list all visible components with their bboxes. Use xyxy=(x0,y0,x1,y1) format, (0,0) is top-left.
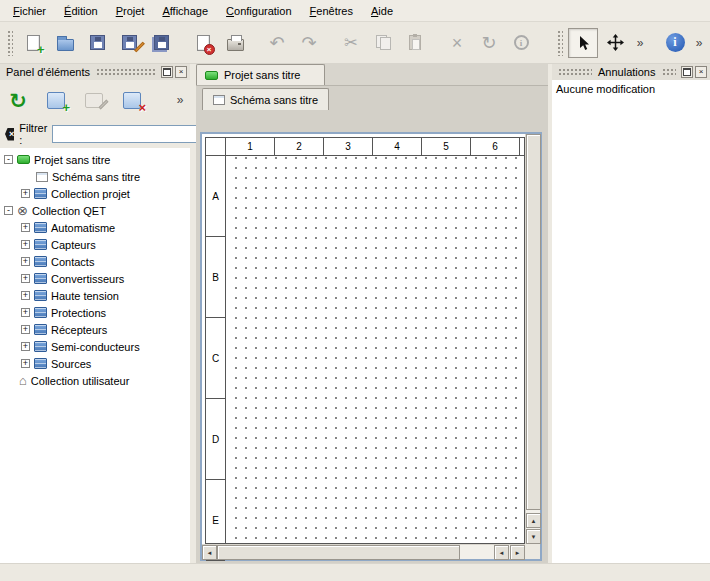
horizontal-scroll-thumb[interactable] xyxy=(217,545,460,560)
file-toolbar-group: + xyxy=(18,28,176,58)
rotate-button[interactable]: ↻ xyxy=(474,28,504,58)
menu-fichier[interactable]: Fichier xyxy=(4,2,55,20)
paste-button[interactable] xyxy=(400,28,430,58)
scroll-left-button[interactable]: ◄ xyxy=(202,545,217,560)
elements-panel: Panel d'éléments × ↻ + × » xyxy=(0,64,190,563)
about-button[interactable]: i xyxy=(660,28,690,58)
new-element-button[interactable]: + xyxy=(40,85,72,115)
object-info-button[interactable]: i xyxy=(506,28,536,58)
close-panel-button[interactable]: × xyxy=(695,66,707,78)
close-file-button[interactable]: × xyxy=(188,28,218,58)
menu-fenetres[interactable]: Fenêtres xyxy=(301,2,362,20)
filter-input[interactable] xyxy=(52,125,202,143)
selection-toolbar-overflow-button[interactable]: » xyxy=(632,28,648,58)
tree-item-protections[interactable]: + Protections xyxy=(0,304,190,321)
tree-item-recepteurs[interactable]: + Récepteurs xyxy=(0,321,190,338)
menu-configuration[interactable]: Configuration xyxy=(217,2,300,20)
close-panel-button[interactable]: × xyxy=(175,66,187,78)
edit-element-icon xyxy=(85,93,103,108)
float-panel-button[interactable] xyxy=(161,66,173,78)
row-ruler: A B C D E xyxy=(206,156,226,543)
clear-filter-icon[interactable]: × xyxy=(5,128,14,141)
scroll-down-button[interactable]: ▼ xyxy=(526,529,541,544)
panel-toolbar-overflow-button[interactable]: » xyxy=(172,85,188,115)
delete-element-button[interactable]: × xyxy=(116,85,148,115)
tree-item-capteurs[interactable]: + Capteurs xyxy=(0,236,190,253)
dock-grip[interactable] xyxy=(558,68,592,77)
scroll-right-button[interactable]: ► xyxy=(510,545,525,560)
new-project-button[interactable]: + xyxy=(18,28,48,58)
save-button[interactable] xyxy=(82,28,112,58)
collapse-expander-icon[interactable]: - xyxy=(4,206,13,215)
diagram-canvas[interactable] xyxy=(227,157,524,543)
print-button[interactable] xyxy=(220,28,250,58)
tree-item-contacts[interactable]: + Contacts xyxy=(0,253,190,270)
tree-item-projet-sans-titre[interactable]: - Projet sans titre xyxy=(0,151,190,168)
undo-button[interactable]: ↶ xyxy=(262,28,292,58)
expand-expander-icon[interactable]: + xyxy=(21,274,30,283)
expand-expander-icon[interactable]: + xyxy=(21,291,30,300)
expand-expander-icon[interactable]: + xyxy=(21,257,30,266)
tree-item-convertisseurs[interactable]: + Convertisseurs xyxy=(0,270,190,287)
project-icon xyxy=(205,71,218,80)
toolbar-grip[interactable] xyxy=(7,30,13,56)
toolbar-grip[interactable] xyxy=(557,30,563,56)
tab-schema-sans-titre[interactable]: Schéma sans titre xyxy=(202,88,329,110)
menu-aide[interactable]: Aide xyxy=(362,2,402,20)
pan-tool-button[interactable] xyxy=(600,28,630,58)
expand-expander-icon[interactable]: + xyxy=(21,325,30,334)
cut-button[interactable]: ✂ xyxy=(336,28,366,58)
elements-panel-header[interactable]: Panel d'éléments × xyxy=(0,64,190,80)
open-project-button[interactable] xyxy=(50,28,80,58)
new-element-icon: + xyxy=(47,92,65,109)
save-all-button[interactable] xyxy=(146,28,176,58)
edit-element-button[interactable] xyxy=(78,85,110,115)
tab-projet-sans-titre[interactable]: Projet sans titre xyxy=(196,64,325,85)
tree-item-semi-conducteurs[interactable]: + Semi-conducteurs xyxy=(0,338,190,355)
copy-button[interactable] xyxy=(368,28,398,58)
save-as-button[interactable] xyxy=(114,28,144,58)
dock-grip[interactable] xyxy=(662,68,677,77)
expand-expander-icon[interactable]: + xyxy=(21,223,30,232)
undo-history-list[interactable]: Aucune modification xyxy=(552,80,710,563)
tree-item-haute-tension[interactable]: + Haute tension xyxy=(0,287,190,304)
expand-expander-icon[interactable]: + xyxy=(21,342,30,351)
clipboard-toolbar-group: ✂ xyxy=(336,28,430,58)
tree-item-collection-projet[interactable]: + Collection projet xyxy=(0,185,190,202)
tree-item-label: Collection projet xyxy=(51,188,130,200)
help-toolbar-overflow-button[interactable]: » xyxy=(692,28,706,58)
print-icon xyxy=(227,39,244,51)
expand-expander-icon[interactable]: + xyxy=(21,189,30,198)
menu-affichage[interactable]: Affichage xyxy=(153,2,217,20)
tree-item-sources[interactable]: + Sources xyxy=(0,355,190,372)
tree-item-collection-qet[interactable]: - ⊗ Collection QET xyxy=(0,202,190,219)
vertical-scroll-thumb[interactable] xyxy=(526,134,541,510)
collection-folder-icon xyxy=(34,341,47,352)
expand-expander-icon[interactable]: + xyxy=(21,240,30,249)
rotate-icon: ↻ xyxy=(481,34,496,52)
scroll-left-button[interactable]: ◄ xyxy=(494,545,509,560)
tree-item-schema-sans-titre[interactable]: Schéma sans titre xyxy=(0,168,190,185)
menu-edition[interactable]: Édition xyxy=(55,2,107,20)
float-panel-button[interactable] xyxy=(681,66,693,78)
schema-tab-label: Schéma sans titre xyxy=(230,94,318,106)
tree-item-label: Capteurs xyxy=(51,239,96,251)
collapse-expander-icon[interactable]: - xyxy=(4,155,13,164)
undo-panel-header[interactable]: Annulations × xyxy=(552,64,710,80)
expand-expander-icon[interactable]: + xyxy=(21,359,30,368)
menu-projet[interactable]: Projet xyxy=(107,2,154,20)
delete-button[interactable]: × xyxy=(442,28,472,58)
horizontal-scrollbar[interactable]: ◄ ◄ ► xyxy=(202,544,525,559)
dock-grip[interactable] xyxy=(96,68,156,77)
vertical-scrollbar[interactable]: ▲ ▼ xyxy=(525,134,540,544)
tree-item-automatisme[interactable]: + Automatisme xyxy=(0,219,190,236)
scroll-up-button[interactable]: ▲ xyxy=(526,513,541,528)
close-document-icon: × xyxy=(197,35,210,51)
redo-icon: ↷ xyxy=(301,34,316,52)
reload-collections-button[interactable]: ↻ xyxy=(2,85,34,115)
expand-expander-icon[interactable]: + xyxy=(21,308,30,317)
undo-empty-message: Aucune modification xyxy=(556,83,655,95)
redo-button[interactable]: ↷ xyxy=(294,28,324,58)
select-tool-button[interactable] xyxy=(568,28,598,58)
tree-item-collection-utilisateur[interactable]: ⌂ Collection utilisateur xyxy=(0,372,190,389)
